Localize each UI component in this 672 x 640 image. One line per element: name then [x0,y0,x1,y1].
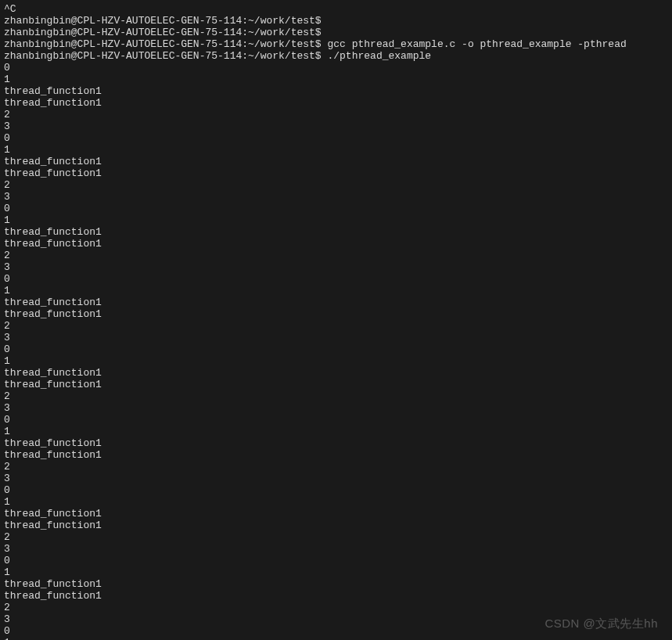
terminal-line: 2 [4,320,668,332]
terminal-line: thread_function1 [4,226,668,238]
terminal-line: thread_function1 [4,297,668,308]
terminal-line: 3 [4,543,668,555]
terminal-line: 3 [4,473,668,484]
terminal-line: 0 [4,414,668,426]
terminal-line: 0 [4,343,668,355]
terminal-line: 0 [4,62,668,74]
terminal-line: thread_function1 [4,85,668,97]
terminal-line: thread_function1 [4,156,668,167]
terminal-line: thread_function1 [4,308,668,320]
terminal-line: 0 [4,132,668,144]
terminal-line: 2 [4,109,668,120]
terminal-line: thread_function1 [4,590,668,602]
terminal-line: ^C [4,3,668,15]
terminal-line: 1 [4,637,668,640]
terminal-line: 1 [4,74,668,85]
terminal-output[interactable]: ^Czhanbingbin@CPL-HZV-AUTOELEC-GEN-75-11… [4,3,668,640]
terminal-line: thread_function1 [4,437,668,449]
terminal-line: 2 [4,531,668,543]
terminal-line: thread_function1 [4,167,668,179]
terminal-line: 3 [4,332,668,343]
terminal-line: thread_function1 [4,238,668,250]
terminal-line: thread_function1 [4,508,668,520]
terminal-line: 2 [4,461,668,473]
terminal-line: 2 [4,390,668,402]
terminal-line: thread_function1 [4,367,668,379]
terminal-line: thread_function1 [4,449,668,461]
terminal-line: 0 [4,484,668,496]
terminal-line: 0 [4,203,668,214]
terminal-line: 3 [4,402,668,414]
terminal-line: thread_function1 [4,578,668,590]
terminal-line: zhanbingbin@CPL-HZV-AUTOELEC-GEN-75-114:… [4,15,668,27]
terminal-line: 3 [4,191,668,203]
terminal-line: zhanbingbin@CPL-HZV-AUTOELEC-GEN-75-114:… [4,38,668,50]
terminal-line: thread_function1 [4,379,668,390]
terminal-line: 3 [4,613,668,625]
terminal-line: 1 [4,144,668,156]
terminal-line: thread_function1 [4,97,668,109]
terminal-line: 2 [4,250,668,261]
terminal-line: 1 [4,355,668,367]
terminal-line: 0 [4,555,668,566]
terminal-line: 0 [4,273,668,285]
terminal-line: 1 [4,496,668,508]
terminal-line: 3 [4,120,668,132]
terminal-line: 2 [4,179,668,191]
terminal-line: 1 [4,285,668,297]
terminal-line: 3 [4,261,668,273]
terminal-line: zhanbingbin@CPL-HZV-AUTOELEC-GEN-75-114:… [4,27,668,38]
terminal-line: 1 [4,566,668,578]
terminal-line: zhanbingbin@CPL-HZV-AUTOELEC-GEN-75-114:… [4,50,668,62]
terminal-line: 1 [4,426,668,437]
terminal-line: thread_function1 [4,520,668,531]
terminal-line: 1 [4,214,668,226]
terminal-line: 2 [4,602,668,613]
terminal-line: 0 [4,625,668,637]
